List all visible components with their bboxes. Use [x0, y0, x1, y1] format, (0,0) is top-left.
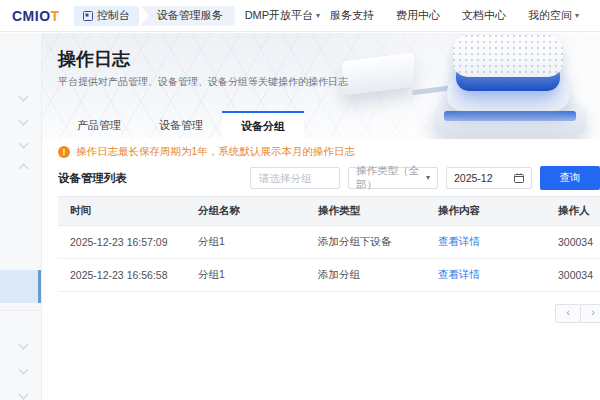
column-header: 操作人: [546, 197, 600, 226]
chevron-down-icon: ▾: [426, 174, 430, 182]
chevron-down-icon: ▾: [316, 12, 320, 20]
illustration-box: [342, 53, 414, 96]
breadcrumb-service[interactable]: 设备管理服务: [141, 6, 235, 26]
tab-device-group[interactable]: 设备分组: [222, 111, 304, 139]
column-header: 操作类型: [306, 197, 426, 226]
log-table-body: 2025-12-23 16:57:09分组1添加分组下设备查看详情3000342…: [58, 226, 600, 292]
tab-device-management[interactable]: 设备管理: [140, 111, 222, 139]
chevron-down-icon[interactable]: [19, 92, 29, 102]
page-header-banner: 操作日志 平台提供对产品管理、设备管理、设备分组等关键操作的操作日志 产品管理 …: [42, 33, 600, 139]
nav-docs-center[interactable]: 文档中心: [462, 8, 506, 23]
operation-log-table: 时间分组名称操作类型操作内容操作人 2025-12-23 16:57:09分组1…: [58, 196, 600, 292]
column-header: 时间: [58, 197, 186, 226]
platform-menu[interactable]: DMP开放平台 ▾: [245, 8, 320, 23]
filter-toolbar: 设备管理列表 操作类型（全部） ▾ 2025-12 查询: [58, 165, 600, 191]
column-header: 分组名称: [186, 197, 306, 226]
table-cell-time: 2025-12-23 16:56:58: [58, 259, 186, 292]
chevron-down-icon[interactable]: [19, 116, 29, 126]
chevron-down-icon[interactable]: [19, 340, 29, 350]
month-value: 2025-12: [454, 172, 493, 184]
view-details-link[interactable]: 查看详情: [426, 259, 546, 292]
table-row: 2025-12-23 16:56:58分组1添加分组查看详情300034: [58, 259, 600, 292]
top-nav-links: 服务支持 费用中心 文档中心 我的空间▾: [330, 8, 579, 23]
top-navigation-bar: CMIOT 控制台 设备管理服务 DMP开放平台 ▾ 服务支持 费用中心 文档中…: [0, 0, 600, 32]
sidebar-item-active[interactable]: [0, 270, 41, 303]
warning-icon: !: [58, 146, 70, 158]
chevron-down-icon[interactable]: [19, 365, 29, 375]
page-title: 操作日志: [58, 47, 130, 71]
pagination: ‹ ›: [58, 292, 600, 323]
operation-type-select[interactable]: 操作类型（全部） ▾: [348, 167, 438, 189]
logo-accent-mark: T: [51, 8, 60, 24]
left-sidebar: [0, 33, 42, 400]
app-window: CMIOT 控制台 设备管理服务 DMP开放平台 ▾ 服务支持 费用中心 文档中…: [0, 0, 600, 400]
retention-notice: ! 操作日志最长保存周期为1年，系统默认展示本月的操作日志: [58, 144, 600, 160]
table-cell-group: 分组1: [186, 259, 306, 292]
section-title: 设备管理列表: [58, 171, 127, 186]
table-cell-type: 添加分组: [306, 259, 426, 292]
next-page-button[interactable]: ›: [580, 304, 600, 323]
console-label: 控制台: [97, 8, 130, 23]
prev-page-button[interactable]: ‹: [555, 304, 581, 323]
month-picker[interactable]: 2025-12: [446, 167, 532, 189]
chevron-down-icon: ▾: [575, 12, 579, 20]
nav-billing-center[interactable]: 费用中心: [396, 8, 440, 23]
table-cell-type: 添加分组下设备: [306, 226, 426, 259]
column-header: 操作内容: [426, 197, 546, 226]
illustration-device-top: [453, 35, 563, 77]
chevron-up-icon[interactable]: [19, 164, 29, 174]
content-panel: ! 操作日志最长保存周期为1年，系统默认展示本月的操作日志 设备管理列表 操作类…: [42, 144, 600, 323]
view-details-link[interactable]: 查看详情: [426, 226, 546, 259]
logo-text: CMIO: [12, 8, 51, 24]
table-row: 2025-12-23 16:57:09分组1添加分组下设备查看详情300034: [58, 226, 600, 259]
main-area: 操作日志 平台提供对产品管理、设备管理、设备分组等关键操作的操作日志 产品管理 …: [42, 33, 600, 400]
console-button[interactable]: 控制台: [74, 6, 139, 26]
nav-my-space[interactable]: 我的空间▾: [528, 8, 579, 23]
calendar-icon: [514, 173, 524, 183]
notice-text: 操作日志最长保存周期为1年，系统默认展示本月的操作日志: [76, 145, 355, 159]
table-cell-time: 2025-12-23 16:57:09: [58, 226, 186, 259]
chevron-down-icon[interactable]: [19, 390, 29, 400]
table-header-row: 时间分组名称操作类型操作内容操作人: [58, 197, 600, 226]
active-indicator: [38, 270, 41, 303]
brand-logo[interactable]: CMIOT: [12, 8, 60, 24]
illustration-blue-strip: [444, 111, 576, 121]
table-cell-operator: 300034: [546, 259, 600, 292]
service-label: 设备管理服务: [157, 8, 223, 23]
chevron-down-icon[interactable]: [19, 139, 29, 149]
table-cell-group: 分组1: [186, 226, 306, 259]
nav-service-support[interactable]: 服务支持: [330, 8, 374, 23]
sidebar-divider: [0, 310, 41, 311]
tab-product-management[interactable]: 产品管理: [58, 111, 140, 139]
tab-bar: 产品管理 设备管理 设备分组: [58, 111, 304, 139]
page-subtitle: 平台提供对产品管理、设备管理、设备分组等关键操作的操作日志: [58, 75, 348, 89]
console-icon: [83, 11, 93, 21]
platform-label: DMP开放平台: [245, 8, 313, 23]
search-button[interactable]: 查询: [540, 166, 600, 190]
table-cell-operator: 300034: [546, 226, 600, 259]
group-select-input[interactable]: [250, 167, 340, 189]
operation-type-value: 操作类型（全部）: [356, 164, 426, 192]
